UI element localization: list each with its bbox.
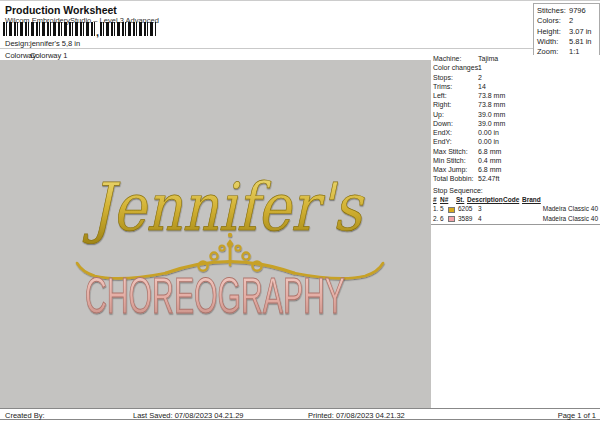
barcode-bars-left bbox=[3, 22, 95, 36]
col-description: Description bbox=[467, 196, 503, 203]
col-brand: Brand bbox=[522, 196, 541, 203]
info-max-jump: Max Jump:6.8 mm bbox=[431, 166, 600, 175]
design-block-text: CHOREOGRAPHY bbox=[85, 268, 345, 324]
info-min-stitch: Min Stitch:0.4 mm bbox=[431, 157, 600, 166]
design-script-text: Jennifer's bbox=[82, 169, 364, 246]
printed-label: Printed: 07/08/2023 04.21.32 bbox=[308, 411, 405, 420]
thread-color-swatch bbox=[448, 216, 455, 222]
stop-sequence-header: # N# St. Description Code Brand bbox=[431, 196, 600, 205]
info-total-bobbin: Total Bobbin:52.47ft bbox=[431, 175, 600, 184]
machine-info-panel: Machine:Tajima Color changes:1 Stops:2 T… bbox=[431, 55, 600, 408]
col-needle: N# bbox=[440, 196, 448, 203]
info-trims: Trims:14 bbox=[431, 83, 600, 92]
thread-color-swatch bbox=[448, 207, 455, 213]
barcode-bars-right bbox=[100, 22, 156, 36]
design-preview-canvas: Jennifer's bbox=[0, 60, 431, 408]
page-footer: Created By: Last Saved: 07/08/2023 04.21… bbox=[0, 408, 600, 420]
info-endx: EndX:0.00 in bbox=[431, 129, 600, 138]
stat-height: Height: 3.07 in bbox=[537, 27, 599, 37]
colorway-value: Colorway 1 bbox=[30, 51, 68, 60]
page-number: Page 1 of 1 bbox=[558, 411, 596, 420]
design-label: Design: bbox=[5, 39, 30, 48]
col-code: Code bbox=[503, 196, 519, 203]
design-stats-box: Stitches: 9796 Colors: 2 Height: 3.07 in… bbox=[533, 3, 600, 58]
stop-sequence-bottom-line bbox=[431, 224, 600, 225]
info-endy: EndY:0.00 in bbox=[431, 138, 600, 147]
info-max-stitch: Max Stitch:6.8 mm bbox=[431, 148, 600, 157]
stop-sequence-row: 1. 5 6205 3 Madeira Classic 40 bbox=[431, 205, 600, 215]
col-num: # bbox=[433, 196, 437, 203]
stat-width: Width: 5.81 in bbox=[537, 37, 599, 47]
stop-sequence-title: Stop Sequence: bbox=[433, 187, 483, 194]
info-stops: Stops:2 bbox=[431, 74, 600, 83]
embroidery-design-artwork: Jennifer's bbox=[0, 60, 431, 408]
info-left: Left:73.8 mm bbox=[431, 92, 600, 101]
stat-colors: Colors: 2 bbox=[537, 16, 599, 26]
header-separator bbox=[0, 48, 533, 49]
info-color-changes: Color changes:1 bbox=[431, 64, 600, 73]
info-machine: Machine:Tajima bbox=[431, 55, 600, 64]
created-by-label: Created By: bbox=[5, 411, 45, 420]
design-value: jennifer's 5,8 in bbox=[30, 39, 80, 48]
production-worksheet-page: Production Worksheet Wilcom EmbroiderySt… bbox=[0, 0, 600, 424]
stat-stitches: Stitches: 9796 bbox=[537, 6, 599, 16]
col-st: St. bbox=[456, 196, 464, 203]
info-down: Down:39.0 mm bbox=[431, 120, 600, 129]
page-title: Production Worksheet bbox=[5, 4, 117, 16]
last-saved-label: Last Saved: 07/08/2023 04.21.29 bbox=[133, 411, 244, 420]
design-barcode: , bbox=[3, 22, 156, 36]
info-right: Right:73.8 mm bbox=[431, 101, 600, 110]
stop-sequence-row: 2. 6 3589 4 Madeira Classic 40 bbox=[431, 215, 600, 225]
info-up: Up:39.0 mm bbox=[431, 111, 600, 120]
design-row: Design: jennifer's 5,8 in bbox=[0, 39, 533, 48]
